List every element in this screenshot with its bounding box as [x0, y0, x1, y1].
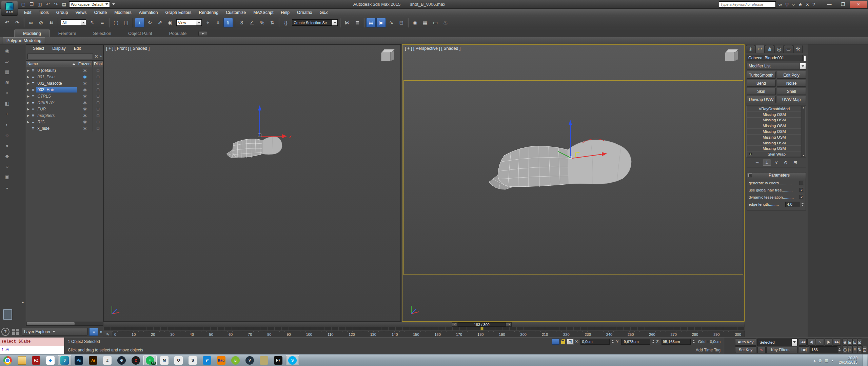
- spinner-control[interactable]: [692, 340, 695, 343]
- display-icon[interactable]: ▢: [96, 68, 99, 72]
- layer-row[interactable]: ▶ ≡ CTRLS ∗ ▢: [26, 93, 103, 99]
- viewport-front[interactable]: [ + ] [ Front ] [ Shaded ]: [103, 44, 401, 322]
- modifier-stack-row[interactable]: Missing OSM: [747, 146, 801, 151]
- taskbar-app-button[interactable]: [15, 355, 28, 365]
- expand-arrow-icon[interactable]: ▶: [27, 107, 31, 111]
- expand-arrow-icon[interactable]: ▶: [27, 120, 31, 124]
- explorer-menu-item[interactable]: Display: [49, 45, 69, 52]
- layer-row[interactable]: ▶ ≡ x_hide ∗ ▢: [26, 125, 103, 131]
- layer-row[interactable]: ▶ ≡ 001_Piso ∗ ▢: [26, 74, 103, 80]
- frozen-snowflake-icon[interactable]: ∗: [83, 100, 87, 106]
- spinner-control[interactable]: [838, 346, 841, 353]
- auto-key-toggle[interactable]: Auto Key: [735, 339, 756, 346]
- menu-item[interactable]: Customize: [222, 9, 250, 16]
- layer-row[interactable]: ▶ ≡ RIG ∗ ▢: [26, 119, 103, 125]
- frozen-snowflake-icon[interactable]: ∗: [83, 80, 87, 86]
- ribbon-tab[interactable]: Modeling: [14, 29, 50, 37]
- layer-name[interactable]: 002_Mascote: [36, 81, 64, 86]
- taskbar-app-button[interactable]: [1, 355, 14, 365]
- frozen-snowflake-icon[interactable]: ∗: [83, 74, 87, 80]
- taskbar-app-button[interactable]: Ps: [72, 355, 85, 365]
- modifier-stack-row[interactable]: VRayOrnatrixMod: [747, 106, 801, 112]
- isolate-selection-toggle[interactable]: [552, 339, 559, 345]
- collapse-icon[interactable]: −: [748, 174, 752, 177]
- expand-arrow-icon[interactable]: ▶: [27, 69, 31, 72]
- taskbar-app-button[interactable]: Itaú: [215, 355, 228, 365]
- layer-row[interactable]: ▶ ≡ 0 (default) ∗ ▢: [26, 67, 103, 74]
- object-color-swatch[interactable]: [804, 55, 806, 61]
- left-toolbar-icon[interactable]: ◐: [3, 121, 11, 128]
- restore-button[interactable]: ❐: [836, 1, 850, 8]
- left-toolbar-icon[interactable]: ▦: [3, 68, 11, 76]
- next-frame-arrow[interactable]: >: [506, 322, 512, 327]
- frozen-snowflake-icon[interactable]: ∗: [83, 113, 87, 119]
- object-name-field[interactable]: [747, 55, 803, 61]
- menu-item[interactable]: Modifiers: [111, 9, 135, 16]
- close-button[interactable]: ✕: [850, 1, 867, 8]
- left-toolbar-icon[interactable]: ●: [3, 142, 11, 149]
- modifier-shortcut-button[interactable]: Unwrap UVW: [747, 96, 776, 103]
- menu-item[interactable]: Group: [53, 9, 72, 16]
- parameter-checkbox[interactable]: [800, 181, 804, 185]
- taskbar-app-button[interactable]: Q: [172, 355, 185, 365]
- taskbar-app-button[interactable]: 3: [58, 355, 71, 365]
- set-key-toggle[interactable]: Set Key: [735, 346, 756, 353]
- expand-arrow-icon[interactable]: ▶: [27, 114, 31, 117]
- key-step-toggle[interactable]: |◀▶|: [799, 346, 809, 353]
- left-toolbar-icon[interactable]: ◒: [3, 184, 11, 191]
- layer-row[interactable]: ▶ ≡ FUR ∗ ▢: [26, 106, 103, 112]
- ribbon-minimize-button[interactable]: [198, 31, 207, 36]
- menu-item[interactable]: Edit: [20, 9, 35, 16]
- modifier-stack-row[interactable]: Missing OSM: [747, 140, 801, 146]
- taskbar-app-button[interactable]: S: [186, 355, 199, 365]
- scroll-up-icon[interactable]: ▲: [802, 106, 805, 109]
- left-toolbar-icon[interactable]: ○: [3, 163, 11, 170]
- display-icon[interactable]: ▢: [96, 88, 99, 92]
- scrollbar-thumb[interactable]: [27, 322, 75, 325]
- layer-explorer-toggle[interactable]: ≡: [89, 328, 98, 336]
- track-bar[interactable]: [103, 327, 745, 330]
- menu-item[interactable]: Animation: [135, 9, 162, 16]
- modifier-shortcut-button[interactable]: TurboSmooth: [747, 72, 776, 79]
- left-toolbar-icon[interactable]: ◉: [3, 47, 11, 55]
- taskbar-app-button[interactable]: 2: [129, 355, 142, 365]
- ribbon-tab[interactable]: Freeform: [50, 30, 85, 37]
- explorer-search-input[interactable]: [27, 54, 93, 59]
- more-options-icon[interactable]: »: [99, 54, 102, 59]
- frozen-snowflake-icon[interactable]: ∗: [83, 87, 87, 93]
- clear-search-icon[interactable]: ✕: [94, 54, 98, 59]
- layer-name[interactable]: CTRLS: [36, 94, 53, 99]
- time-slider[interactable]: < 183 / 300 >: [103, 322, 745, 327]
- edge-length-field[interactable]: 4,0: [785, 202, 800, 207]
- display-icon[interactable]: ▢: [96, 101, 99, 104]
- modifier-shortcut-button[interactable]: Noise: [777, 80, 806, 87]
- infocenter-search-input[interactable]: [719, 1, 776, 7]
- x-coordinate-field[interactable]: [580, 339, 610, 345]
- left-toolbar-icon[interactable]: ◧: [3, 100, 11, 107]
- taskbar-app-button[interactable]: Z: [101, 355, 114, 365]
- display-icon[interactable]: ▢: [96, 114, 99, 117]
- tray-icon[interactable]: ◗: [831, 358, 834, 363]
- layer-row[interactable]: ▶ ≡ DISPLAY ∗ ▢: [26, 99, 103, 106]
- display-icon[interactable]: ▢: [96, 107, 99, 111]
- frozen-snowflake-icon[interactable]: ∗: [83, 93, 87, 99]
- set-keys-button[interactable]: [724, 338, 734, 354]
- explorer-menu-item[interactable]: Select: [29, 45, 47, 52]
- taskbar-app-button[interactable]: Ai: [86, 355, 100, 365]
- layer-name[interactable]: 001_Piso: [36, 74, 56, 80]
- taskbar-app-button[interactable]: F7: [272, 355, 285, 365]
- explorer-horizontal-scrollbar[interactable]: [26, 322, 103, 325]
- ribbon-tab[interactable]: Object Paint: [120, 30, 161, 37]
- timeline-ruler[interactable]: ∿ 01020304050607080901001101201301401501…: [103, 330, 745, 337]
- taskbar-app-button[interactable]: M: [158, 355, 171, 365]
- layer-name[interactable]: RIG: [36, 119, 46, 125]
- expand-arrow-icon[interactable]: ▶: [27, 95, 31, 98]
- viewport-front-label[interactable]: [ + ] [ Front ] [ Shaded ]: [106, 46, 150, 51]
- time-slider-handle[interactable]: < 183 / 300 >: [452, 322, 512, 327]
- layer-row[interactable]: ▶ ≡ 003_Hair ∗ ▢: [26, 86, 103, 93]
- display-icon[interactable]: ▢: [96, 81, 99, 85]
- perspective-viewport-mesh[interactable]: [486, 118, 642, 206]
- frozen-snowflake-icon[interactable]: ∗: [83, 119, 87, 125]
- viewport-perspective[interactable]: [ + ] [ Perspective ] [ Shaded ]: [402, 44, 745, 322]
- modifier-stack-row[interactable]: Missing OSM: [747, 135, 801, 140]
